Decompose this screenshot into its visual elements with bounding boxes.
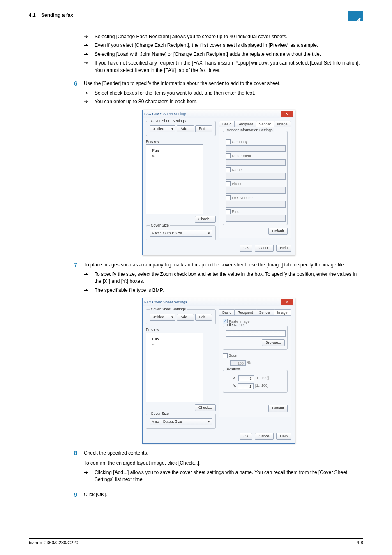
group-title: File Name xyxy=(226,323,245,327)
default-button[interactable]: Default xyxy=(268,228,288,235)
group-title: Cover Sheet Settings xyxy=(150,307,187,311)
step-number: 9 xyxy=(74,491,84,498)
step-number: 7 xyxy=(74,261,84,268)
tab-basic[interactable]: Basic xyxy=(219,121,235,127)
intro-bullet: Selecting [Load with Joint Name] or [Cha… xyxy=(84,51,363,58)
y-range: [1...100] xyxy=(255,384,269,388)
help-button[interactable]: Help xyxy=(276,245,291,252)
ok-button[interactable]: OK xyxy=(240,245,252,252)
add-button[interactable]: Add... xyxy=(177,314,194,321)
page-header: 4.1 Sending a fax 4 xyxy=(29,12,363,25)
dialog-title: FAX Cover Sheet Settings xyxy=(144,112,187,116)
step-6: 6 Use the [Sender] tab to specify the in… xyxy=(74,80,363,87)
footer-product: bizhub C360/C280/C220 xyxy=(29,540,78,545)
preview-to-text: To xyxy=(152,155,200,157)
filename-input[interactable] xyxy=(226,330,286,337)
cancel-button[interactable]: Cancel xyxy=(255,245,274,252)
ok-button[interactable]: OK xyxy=(240,433,252,440)
cover-size-select[interactable]: Match Output Size▾ xyxy=(150,230,212,237)
preview-label: Preview xyxy=(146,139,216,143)
help-button[interactable]: Help xyxy=(276,433,291,440)
phone-checkbox[interactable] xyxy=(226,181,231,186)
step-body: To place images such as a company log ma… xyxy=(84,261,363,268)
chapter-number: 4 xyxy=(356,16,361,27)
check-button[interactable]: Check... xyxy=(195,404,216,411)
tabs: Basic Recipient Sender Image xyxy=(219,309,291,315)
step-bullet: To specify the size, select the Zoom che… xyxy=(84,271,363,285)
group-title: Sender Information Settings xyxy=(226,128,274,132)
department-checkbox[interactable] xyxy=(226,153,231,158)
faxnum-label: FAX Number xyxy=(232,196,253,200)
cover-sheet-select[interactable]: Untitled▾ xyxy=(150,125,175,132)
email-checkbox[interactable] xyxy=(226,209,231,214)
cancel-button[interactable]: Cancel xyxy=(255,433,274,440)
close-button[interactable]: ✕ xyxy=(281,111,293,117)
step-bullet: Clicking [Add...] allows you to save the… xyxy=(84,469,363,483)
check-button[interactable]: Check... xyxy=(195,216,216,223)
tab-recipient[interactable]: Recipient xyxy=(234,121,256,127)
cover-sheet-settings-group: Cover Sheet Settings Untitled▾ Add... Ed… xyxy=(146,121,216,136)
close-button[interactable]: ✕ xyxy=(281,299,293,305)
preview-fax-text: Fax xyxy=(152,148,200,153)
zoom-value[interactable]: 100 xyxy=(230,360,246,366)
step-body: Check the specified contents. xyxy=(84,449,363,457)
step-bullet: The specifiable file type is BMP. xyxy=(84,287,363,294)
preview-fax-text: Fax xyxy=(152,336,200,341)
faxnum-checkbox[interactable] xyxy=(226,195,231,200)
company-input[interactable] xyxy=(226,145,286,152)
step-body: Click [OK]. xyxy=(84,491,363,498)
content-area: Selecting [Change Each Recipient] allows… xyxy=(29,25,363,498)
cover-size-select[interactable]: Match Output Size▾ xyxy=(150,418,212,425)
tab-image[interactable]: Image xyxy=(274,309,291,315)
edit-button[interactable]: Edit... xyxy=(195,314,212,321)
tab-sender[interactable]: Sender xyxy=(256,309,274,315)
dialog-titlebar: FAX Cover Sheet Settings ✕ xyxy=(143,110,295,118)
group-title: Cover Size xyxy=(150,223,170,227)
fax-cover-dialog-image: FAX Cover Sheet Settings ✕ Cover Sheet S… xyxy=(142,298,295,444)
faxnum-input[interactable] xyxy=(226,201,286,208)
preview-label: Preview xyxy=(146,328,216,332)
company-label: Company xyxy=(232,140,248,144)
tab-basic[interactable]: Basic xyxy=(219,309,235,315)
step-7: 7 To place images such as a company log … xyxy=(74,261,363,268)
add-button[interactable]: Add... xyxy=(177,125,194,132)
cover-sheet-select[interactable]: Untitled▾ xyxy=(150,314,175,321)
email-input[interactable] xyxy=(226,215,286,222)
dialog-titlebar: FAX Cover Sheet Settings ✕ xyxy=(143,298,295,306)
phone-input[interactable] xyxy=(226,187,286,194)
name-label: Name xyxy=(232,168,242,172)
company-checkbox[interactable] xyxy=(226,139,231,144)
step-9: 9 Click [OK]. xyxy=(74,491,363,498)
dialog-bottom-buttons: OK Cancel Help xyxy=(143,242,295,255)
tab-panel-image: ✓Paste Image File Name Browse... Zoom 10… xyxy=(219,315,291,417)
preview-box: Fax To xyxy=(146,333,203,402)
default-button[interactable]: Default xyxy=(268,405,288,412)
tabs: Basic Recipient Sender Image xyxy=(219,121,291,127)
zoom-label: Zoom xyxy=(229,354,238,358)
y-input[interactable]: 1 xyxy=(238,383,254,389)
position-group: Position X: 1 [1...100] Y: 1 [1...100] xyxy=(223,370,288,393)
browse-button[interactable]: Browse... xyxy=(262,339,285,346)
name-checkbox[interactable] xyxy=(226,167,231,172)
tab-image[interactable]: Image xyxy=(274,121,291,127)
cover-size-group: Cover Size Match Output Size▾ xyxy=(146,225,216,240)
step-para: To confirm the enlarged layout image, cl… xyxy=(84,459,363,467)
intro-bullet: Even if you select [Change Each Recipien… xyxy=(84,42,363,49)
y-label: Y: xyxy=(233,384,236,388)
preview-to-text: To xyxy=(152,343,200,346)
name-input[interactable] xyxy=(226,173,286,180)
x-input[interactable]: 1 xyxy=(238,375,254,381)
zoom-percent: % xyxy=(247,361,251,365)
group-title: Cover Sheet Settings xyxy=(150,119,187,123)
intro-bullet: If you have not specified any recipient … xyxy=(84,60,363,74)
group-title: Cover Size xyxy=(150,412,170,416)
edit-button[interactable]: Edit... xyxy=(195,125,212,132)
section-title: Sending a fax xyxy=(41,12,73,18)
email-label: E-mail xyxy=(232,210,242,214)
department-input[interactable] xyxy=(226,159,286,166)
preview-box: Fax To xyxy=(146,144,203,214)
step-number: 6 xyxy=(74,80,84,87)
zoom-checkbox[interactable] xyxy=(223,353,228,358)
tab-sender[interactable]: Sender xyxy=(256,121,274,127)
tab-recipient[interactable]: Recipient xyxy=(234,309,256,315)
